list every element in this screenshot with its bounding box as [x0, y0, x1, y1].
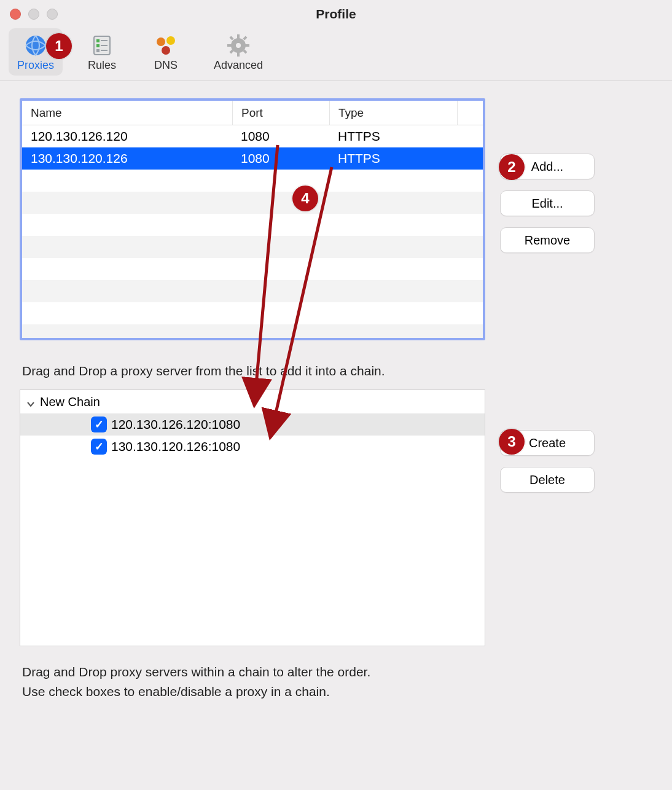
- titlebar: Profile: [0, 0, 672, 28]
- globe-icon: [22, 32, 49, 59]
- traffic-lights: [10, 9, 58, 20]
- delete-button[interactable]: Delete: [500, 467, 595, 493]
- svg-point-9: [166, 36, 175, 45]
- tab-rules-label: Rules: [88, 59, 116, 72]
- edit-button[interactable]: Edit...: [500, 190, 595, 216]
- checklist-icon: [88, 32, 115, 59]
- table-row[interactable]: 130.130.120.126 1080 HTTPS: [22, 147, 483, 170]
- svg-point-10: [162, 46, 170, 55]
- chain-name: New Chain: [40, 395, 100, 409]
- table-row[interactable]: 120.130.126.120 1080 HTTPS: [22, 125, 483, 147]
- atoms-icon: [152, 32, 179, 59]
- table-row-empty: [22, 280, 483, 302]
- proxy-table-body: 120.130.126.120 1080 HTTPS 130.130.120.1…: [22, 125, 483, 338]
- cell-name: 130.130.120.126: [22, 147, 232, 170]
- svg-point-8: [157, 37, 165, 46]
- svg-rect-14: [237, 52, 240, 57]
- tab-dns-label: DNS: [154, 59, 178, 72]
- chain-item-label: 130.130.120.126:1080: [111, 439, 485, 454]
- table-row-empty: [22, 258, 483, 280]
- column-port[interactable]: Port: [232, 101, 329, 125]
- table-row-empty: [22, 236, 483, 258]
- cell-type: HTTPS: [329, 125, 457, 147]
- drag-hint: Drag and Drop a proxy server from the li…: [22, 364, 652, 378]
- proxy-table[interactable]: Name Port Type 120.130.126.120 1080 HTTP…: [20, 98, 485, 340]
- footer-hint-line2: Use check boxes to enable/disable a prox…: [22, 682, 652, 702]
- tab-advanced[interactable]: Advanced: [205, 28, 272, 76]
- chain-item[interactable]: ✓ 120.130.126.120:1080: [20, 413, 485, 436]
- remove-button[interactable]: Remove: [500, 227, 595, 253]
- svg-point-12: [236, 43, 241, 48]
- svg-rect-6: [96, 49, 100, 52]
- svg-rect-15: [227, 44, 232, 47]
- chain-item-checkbox[interactable]: ✓: [91, 417, 107, 432]
- chain-item[interactable]: ✓ 130.130.120.126:1080: [20, 436, 485, 458]
- annotation-badge-3: 3: [499, 429, 525, 455]
- annotation-badge-2: 2: [499, 154, 525, 180]
- annotation-badge-4: 4: [292, 186, 318, 211]
- column-type[interactable]: Type: [329, 101, 457, 125]
- column-name[interactable]: Name: [22, 101, 232, 125]
- cell-name: 120.130.126.120: [22, 125, 232, 147]
- gear-icon: [225, 32, 252, 59]
- table-row-empty: [22, 214, 483, 236]
- chain-item-checkbox[interactable]: ✓: [91, 439, 107, 455]
- footer-hint-line1: Drag and Drop proxy servers within a cha…: [22, 662, 652, 682]
- proxy-table-header: Name Port Type: [22, 101, 483, 125]
- chain-header[interactable]: New Chain: [20, 390, 485, 413]
- svg-rect-17: [230, 36, 234, 40]
- tab-advanced-label: Advanced: [214, 59, 263, 72]
- footer-hint: Drag and Drop proxy servers within a cha…: [22, 662, 652, 701]
- chain-box[interactable]: New Chain ✓ 120.130.126.120:1080 ✓ 130.1…: [20, 389, 485, 646]
- chevron-down-icon: [26, 397, 35, 406]
- toolbar: Proxies Rules DNS: [0, 28, 672, 81]
- table-row-empty: [22, 324, 483, 338]
- svg-rect-13: [237, 34, 240, 39]
- window-maximize-button[interactable]: [47, 9, 58, 20]
- table-row-empty: [22, 170, 483, 192]
- svg-rect-19: [243, 36, 248, 40]
- content: Name Port Type 120.130.126.120 1080 HTTP…: [0, 81, 672, 721]
- svg-rect-3: [101, 40, 107, 41]
- window-minimize-button[interactable]: [28, 9, 39, 20]
- column-spacer: [457, 101, 483, 125]
- annotation-badge-1: 1: [46, 33, 72, 59]
- svg-rect-5: [101, 45, 107, 46]
- tab-proxies-label: Proxies: [17, 59, 54, 72]
- chain-item-label: 120.130.126.120:1080: [111, 417, 485, 432]
- svg-rect-16: [244, 44, 249, 47]
- svg-rect-2: [96, 39, 100, 42]
- tab-rules[interactable]: Rules: [77, 28, 127, 76]
- svg-point-0: [26, 36, 45, 55]
- tab-dns[interactable]: DNS: [141, 28, 190, 76]
- table-row-empty: [22, 192, 483, 214]
- svg-rect-7: [101, 50, 107, 51]
- window-title: Profile: [0, 7, 672, 22]
- cell-port: 1080: [232, 147, 329, 170]
- cell-type: HTTPS: [329, 147, 457, 170]
- cell-port: 1080: [232, 125, 329, 147]
- svg-rect-4: [96, 44, 100, 47]
- window-close-button[interactable]: [10, 9, 21, 20]
- table-row-empty: [22, 302, 483, 324]
